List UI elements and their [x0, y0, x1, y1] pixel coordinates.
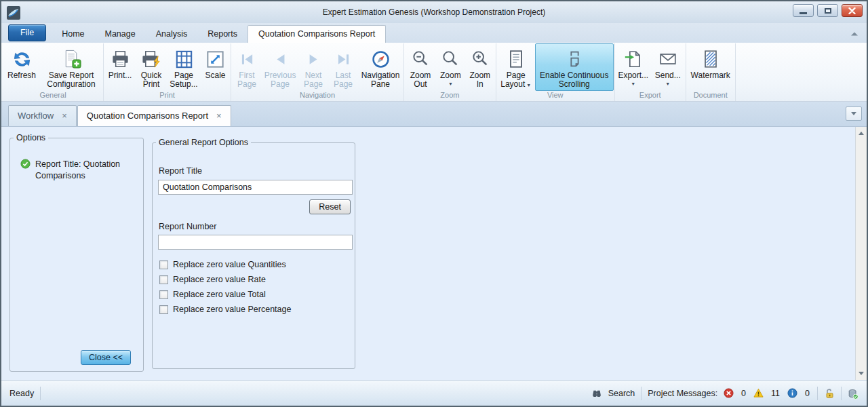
checkbox-label: Replace zero value Quantities — [173, 260, 286, 269]
checkbox-row[interactable]: Replace zero value Quantities — [159, 260, 286, 269]
triangle-up-icon — [859, 132, 864, 135]
doc-tab-label: Workflow — [18, 111, 54, 121]
options-legend: Options — [14, 133, 48, 142]
warning-icon — [753, 388, 764, 399]
ribbon-group-label: Zoom — [405, 91, 495, 101]
zoom-out-icon — [410, 47, 431, 71]
project-messages-label[interactable]: Project Messages: — [648, 389, 717, 398]
scale-icon — [205, 47, 226, 71]
watermark-icon — [701, 47, 721, 71]
options-list-item[interactable]: Report Title: Quotation Comparisons — [20, 159, 134, 182]
checkbox-replace-zero-percentage[interactable] — [159, 305, 168, 314]
minimize-icon — [800, 12, 807, 14]
quick-print-icon — [141, 47, 162, 71]
checkbox-row[interactable]: Replace zero value Percentage — [159, 305, 291, 314]
separator — [817, 387, 818, 400]
send-button[interactable]: Send... ▼ — [651, 43, 685, 91]
export-button[interactable]: Export... ▼ — [616, 43, 651, 91]
unlock-icon[interactable] — [824, 388, 835, 399]
checkbox-row[interactable]: Replace zero value Rate — [159, 275, 266, 284]
previous-page-icon — [271, 47, 290, 71]
triangle-down-icon — [859, 372, 864, 375]
close-button[interactable] — [842, 4, 863, 17]
scroll-down-button[interactable] — [856, 368, 867, 379]
scroll-up-button[interactable] — [856, 128, 867, 139]
checkbox-label: Replace zero value Total — [173, 290, 266, 299]
application-window: Expert Estimation Genesis (Workshop Demo… — [0, 0, 868, 407]
print-button[interactable]: Print... — [104, 43, 136, 91]
tab-file[interactable]: File — [8, 24, 46, 41]
ribbon-group-label: Export — [616, 91, 685, 101]
checkbox-row[interactable]: Replace zero value Total — [159, 290, 266, 299]
tab-manage[interactable]: Manage — [95, 26, 146, 43]
zoom-icon — [440, 47, 460, 71]
checkbox-replace-zero-quantities[interactable] — [159, 260, 168, 269]
checkbox-replace-zero-rate[interactable] — [159, 275, 168, 284]
status-search-button[interactable]: Search — [608, 389, 635, 398]
ribbon-tab-bar: File Home Manage Analysis Reports Quotat… — [1, 23, 867, 43]
tab-home[interactable]: Home — [52, 26, 94, 43]
save-report-configuration-button[interactable]: Save Report Configuration — [40, 43, 102, 91]
dropdown-arrow-icon: ▼ — [448, 81, 453, 86]
zoom-in-button[interactable]: Zoom In — [465, 43, 495, 91]
title-bar: Expert Estimation Genesis (Workshop Demo… — [1, 1, 867, 23]
status-ready-text: Ready — [9, 389, 34, 398]
window-controls — [793, 1, 863, 17]
tab-reports[interactable]: Reports — [197, 26, 248, 43]
last-page-button: Last Page — [328, 43, 358, 91]
page-setup-icon — [174, 47, 195, 71]
close-tab-icon[interactable]: × — [62, 111, 67, 120]
ribbon-group-label: General — [3, 91, 102, 101]
first-page-button: First Page — [232, 43, 262, 91]
search-icon — [591, 388, 602, 399]
zoom-button[interactable]: Zoom ▼ — [436, 43, 465, 91]
quick-print-button[interactable]: Quick Print — [136, 43, 167, 91]
tab-list-dropdown-button[interactable] — [846, 106, 862, 121]
maximize-button[interactable] — [817, 4, 838, 17]
page-layout-button[interactable]: Page Layout▼ — [497, 43, 535, 91]
checkbox-label: Replace zero value Rate — [173, 275, 266, 284]
continuous-scrolling-icon — [564, 47, 585, 71]
zoom-out-button[interactable]: Zoom Out — [405, 43, 436, 91]
app-logo-icon[interactable] — [7, 6, 20, 20]
vertical-scrollbar[interactable] — [855, 127, 867, 380]
scale-button[interactable]: Scale — [201, 43, 230, 91]
general-report-options-legend: General Report Options — [156, 138, 251, 147]
report-number-input[interactable] — [158, 235, 353, 250]
doc-tab-quotation-comparisons-report[interactable]: Quotation Comparisons Report × — [77, 105, 231, 126]
minimize-button[interactable] — [793, 4, 814, 17]
previous-page-button: Previous Page — [262, 43, 298, 91]
ribbon-group-label: Print — [104, 91, 230, 101]
database-status-icon[interactable] — [848, 388, 859, 399]
ribbon-group-zoom: Zoom Out Zoom ▼ Zoom In Zoom — [404, 43, 496, 101]
navigation-pane-button[interactable]: Navigation Pane — [358, 43, 403, 91]
refresh-button[interactable]: Refresh — [3, 43, 40, 91]
report-title-input[interactable] — [158, 180, 353, 195]
options-groupbox: Options Report Title: Quotation Comparis… — [9, 133, 144, 372]
window-title: Expert Estimation Genesis (Workshop Demo… — [1, 7, 867, 17]
first-page-icon — [238, 47, 256, 71]
ribbon-group-label: Navigation — [232, 91, 403, 101]
checkbox-replace-zero-total[interactable] — [159, 290, 168, 299]
tab-analysis[interactable]: Analysis — [146, 26, 198, 43]
send-icon — [658, 47, 678, 71]
chevron-down-icon — [851, 112, 856, 115]
status-ok-icon — [20, 159, 31, 170]
dropdown-arrow-icon: ▼ — [631, 81, 635, 86]
refresh-icon — [12, 47, 33, 71]
watermark-button[interactable]: Watermark — [687, 43, 734, 91]
page-setup-button[interactable]: Page Setup... — [167, 43, 201, 91]
enable-continuous-scrolling-button[interactable]: Enable Continuous Scrolling — [535, 43, 614, 91]
zoom-in-icon — [470, 47, 490, 71]
close-tab-icon[interactable]: × — [216, 111, 222, 120]
ribbon-group-export: Export... ▼ Send... ▼ Export — [615, 43, 686, 101]
ribbon-group-label: View — [497, 91, 614, 101]
export-icon — [623, 47, 644, 71]
collapse-ribbon-button[interactable] — [849, 30, 860, 38]
tab-quotation-comparisons-report[interactable]: Quotation Comparisons Report — [248, 25, 386, 43]
ribbon-group-general: Refresh Save Report Configuration Genera… — [3, 43, 104, 101]
ribbon-group-document: Watermark Document — [686, 43, 736, 101]
reset-button[interactable]: Reset — [309, 199, 351, 214]
close-options-button[interactable]: Close << — [81, 350, 131, 365]
doc-tab-workflow[interactable]: Workflow × — [8, 105, 77, 126]
